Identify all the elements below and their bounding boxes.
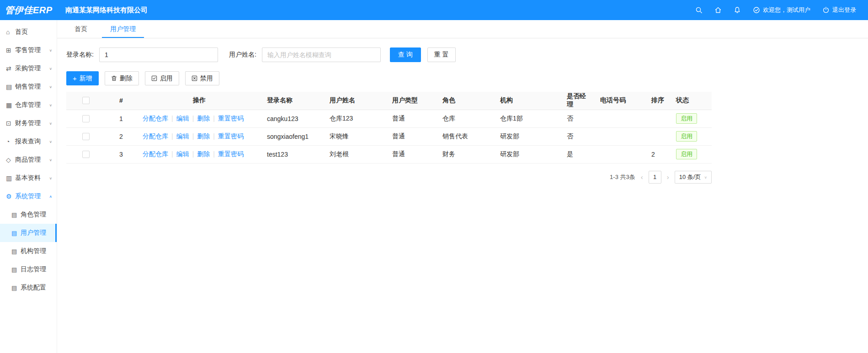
delete-link[interactable]: 删除 — [197, 150, 210, 158]
search-button[interactable]: 查 询 — [390, 47, 421, 62]
sidebar-item-label: 机构管理 — [21, 247, 46, 255]
row-num: 3 — [105, 145, 137, 163]
sidebar-item-label: 基本资料 — [15, 174, 49, 182]
disable-button[interactable]: 禁用 — [185, 71, 219, 85]
cell-type: 普通 — [387, 127, 437, 145]
tab-user-management[interactable]: 用户管理 — [102, 20, 144, 38]
sidebar-item-label: 销售管理 — [15, 83, 49, 91]
power-icon — [822, 6, 830, 14]
cell-name: 宋晓锋 — [324, 127, 387, 145]
cell-manager: 否 — [561, 110, 595, 127]
login-name-input[interactable] — [99, 47, 218, 62]
assign-warehouse-link[interactable]: 分配仓库 — [143, 132, 168, 140]
sidebar-item-retail[interactable]: ⊞ 零售管理 ∨ — [0, 41, 57, 59]
assign-warehouse-link[interactable]: 分配仓库 — [143, 150, 168, 158]
select-all-checkbox[interactable] — [82, 97, 90, 104]
disable-button-label: 禁用 — [200, 74, 213, 83]
edit-link[interactable]: 编辑 — [176, 150, 189, 158]
sidebar-item-label: 仓库管理 — [15, 101, 49, 109]
sidebar-item-role[interactable]: ▤ 角色管理 — [0, 205, 57, 224]
reset-password-link[interactable]: 重置密码 — [218, 132, 244, 140]
logout-button[interactable]: 退出登录 — [822, 6, 856, 14]
delete-button[interactable]: 删除 — [105, 71, 139, 85]
pagination: 1-3 共3条 ‹ 1 › 10 条/页 ∨ — [66, 171, 712, 184]
sidebar-item-system[interactable]: ⚙ 系统管理 ∧ — [0, 187, 57, 205]
cell-manager: 是 — [561, 145, 595, 163]
app-logo: 管伊佳ERP — [0, 4, 57, 16]
cell-login: test123 — [261, 145, 324, 163]
col-header-org: 机构 — [495, 92, 561, 110]
warehouse-icon: ▦ — [6, 101, 15, 109]
col-header-type: 用户类型 — [387, 92, 437, 110]
sidebar-item-config[interactable]: ▤ 系统配置 — [0, 279, 57, 297]
col-header-actions: 操作 — [137, 92, 261, 110]
topbar-actions: 欢迎您，测试用户 退出登录 — [695, 6, 868, 14]
user-circle-icon — [753, 6, 760, 14]
user-table-wrap: # 操作 登录名称 用户姓名 用户类型 角色 机构 是否经理 电话号码 排序 状… — [66, 92, 712, 184]
gear-icon: ⚙ — [6, 193, 15, 200]
sidebar-item-reports[interactable]: ◔ 报表查询 ∨ — [0, 132, 57, 151]
user-name-input[interactable] — [262, 47, 381, 62]
sidebar-item-org[interactable]: ▤ 机构管理 — [0, 242, 57, 260]
topbar: 管伊佳ERP 南通某某网络科技有限公司 欢迎您，测试用户 退出登录 — [0, 0, 868, 20]
chevron-down-icon: ∨ — [49, 67, 52, 71]
bell-icon[interactable] — [734, 6, 741, 14]
sidebar-item-sales[interactable]: ▤ 销售管理 ∨ — [0, 78, 57, 96]
page-size-select[interactable]: 10 条/页 ∨ — [675, 171, 712, 184]
sidebar-item-warehouse[interactable]: ▦ 仓库管理 ∨ — [0, 96, 57, 114]
row-checkbox[interactable] — [82, 151, 90, 158]
main-area: 首页 用户管理 登录名称: 用户姓名: 查 询 重 置 + 新增 — [57, 20, 868, 353]
row-checkbox[interactable] — [82, 133, 90, 140]
sidebar-item-log[interactable]: ▤ 日志管理 — [0, 260, 57, 279]
chevron-down-icon: ∨ — [49, 48, 52, 53]
sidebar-item-basedata[interactable]: ▥ 基本资料 ∨ — [0, 169, 57, 187]
sidebar-item-home[interactable]: ⌂ 首页 — [0, 23, 57, 41]
row-checkbox[interactable] — [82, 115, 90, 122]
welcome-user[interactable]: 欢迎您，测试用户 — [753, 6, 810, 14]
reset-button[interactable]: 重 置 — [427, 47, 456, 62]
divider: | — [213, 132, 215, 140]
divider: | — [171, 150, 173, 158]
add-button[interactable]: + 新增 — [66, 71, 99, 85]
tabbar: 首页 用户管理 — [57, 20, 868, 38]
next-page-icon[interactable]: › — [666, 173, 670, 181]
cell-name: 刘老根 — [324, 145, 387, 163]
table-row: 1 分配仓库|编辑|删除|重置密码 cangku123 仓库123 普通 仓库 … — [66, 110, 712, 127]
enable-button[interactable]: 启用 — [145, 71, 179, 85]
sidebar-item-finance[interactable]: ⊡ 财务管理 ∨ — [0, 114, 57, 132]
sidebar-item-label: 日志管理 — [21, 265, 46, 274]
col-header-role: 角色 — [437, 92, 495, 110]
enable-button-label: 启用 — [160, 74, 173, 83]
sidebar-item-goods[interactable]: ◇ 商品管理 ∨ — [0, 151, 57, 169]
sidebar-item-label: 采购管理 — [15, 64, 49, 73]
chevron-down-icon: ∨ — [49, 85, 52, 89]
page-number[interactable]: 1 — [649, 171, 661, 184]
cell-org: 研发部 — [495, 127, 561, 145]
cell-org: 仓库1部 — [495, 110, 561, 127]
delete-link[interactable]: 删除 — [197, 132, 210, 140]
cell-type: 普通 — [387, 145, 437, 163]
cell-name: 仓库123 — [324, 110, 387, 127]
sidebar-item-label: 首页 — [15, 28, 52, 36]
col-header-sort: 排序 — [646, 92, 671, 110]
edit-link[interactable]: 编辑 — [176, 132, 189, 140]
retail-icon: ⊞ — [6, 47, 15, 54]
chevron-down-icon: ∨ — [704, 175, 707, 179]
search-icon[interactable] — [695, 6, 703, 14]
sidebar-item-label: 系统管理 — [15, 192, 49, 200]
reset-password-link[interactable]: 重置密码 — [218, 115, 244, 122]
edit-link[interactable]: 编辑 — [176, 115, 189, 122]
prev-page-icon[interactable]: ‹ — [640, 173, 644, 181]
home-icon[interactable] — [714, 6, 722, 14]
finance-icon: ⊡ — [6, 120, 15, 127]
reset-password-link[interactable]: 重置密码 — [218, 150, 244, 158]
sidebar-item-users[interactable]: ▤ 用户管理 — [0, 224, 57, 242]
tab-home[interactable]: 首页 — [66, 20, 96, 38]
status-badge: 启用 — [676, 131, 697, 142]
assign-warehouse-link[interactable]: 分配仓库 — [143, 115, 168, 122]
cell-role: 财务 — [437, 145, 495, 163]
sidebar-item-purchase[interactable]: ⇄ 采购管理 ∨ — [0, 59, 57, 78]
delete-link[interactable]: 删除 — [197, 115, 210, 122]
divider: | — [171, 115, 173, 122]
sidebar-item-label: 商品管理 — [15, 156, 49, 164]
